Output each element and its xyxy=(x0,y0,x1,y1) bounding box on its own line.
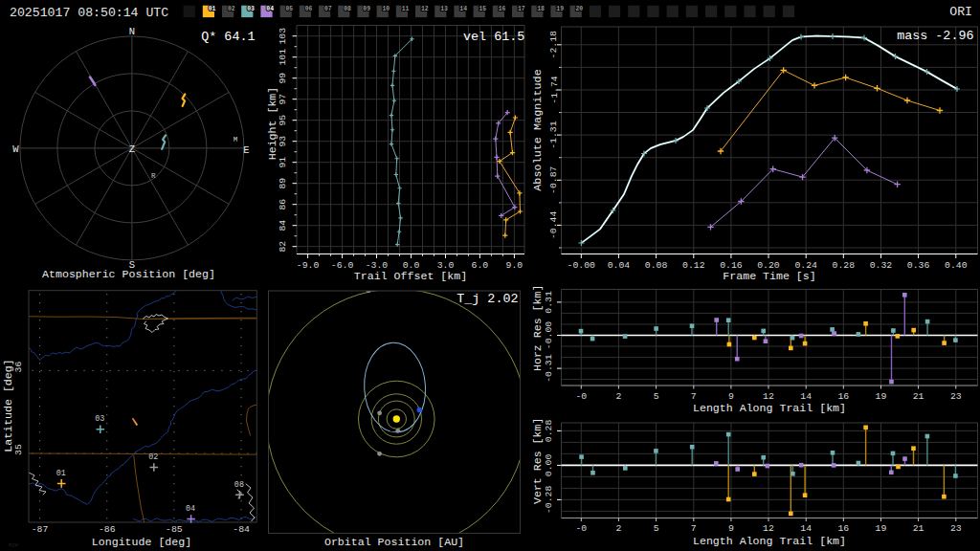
svg-text:-87: -87 xyxy=(32,524,49,535)
svg-text:R: R xyxy=(151,172,156,180)
svg-text:19: 19 xyxy=(556,6,564,12)
svg-text:W: W xyxy=(12,143,19,155)
svg-text:91: 91 xyxy=(278,157,289,168)
svg-text:08: 08 xyxy=(234,480,244,490)
svg-text:-2.18: -2.18 xyxy=(549,31,560,59)
svg-text:18: 18 xyxy=(537,6,545,12)
svg-text:E: E xyxy=(243,144,249,156)
svg-text:16: 16 xyxy=(837,391,849,402)
svg-text:0.36: 0.36 xyxy=(907,260,930,271)
svg-text:Frame Time [s]: Frame Time [s] xyxy=(723,270,815,282)
svg-text:-0: -0 xyxy=(575,391,587,402)
svg-text:-0.31: -0.31 xyxy=(544,354,554,383)
svg-text:103: 103 xyxy=(278,28,289,45)
svg-text:-0: -0 xyxy=(575,523,587,534)
svg-text:93: 93 xyxy=(278,136,289,147)
svg-text:Longitude [deg]: Longitude [deg] xyxy=(92,536,191,548)
svg-text:ORI: ORI xyxy=(949,5,972,19)
svg-text:-0.00: -0.00 xyxy=(568,260,596,271)
svg-text:Length Along Trail [km]: Length Along Trail [km] xyxy=(693,535,846,547)
svg-text:0.32: 0.32 xyxy=(870,260,893,271)
svg-text:T_j 2.02: T_j 2.02 xyxy=(457,292,518,306)
svg-text:10: 10 xyxy=(383,6,390,12)
svg-text:12: 12 xyxy=(421,6,429,12)
svg-text:mjw: mjw xyxy=(9,541,19,548)
svg-text:6.0: 6.0 xyxy=(472,260,489,271)
svg-text:9: 9 xyxy=(728,523,734,534)
svg-text:03: 03 xyxy=(95,414,104,424)
svg-text:0.00: 0.00 xyxy=(544,454,554,477)
svg-text:-84: -84 xyxy=(233,524,250,535)
svg-text:-9.0: -9.0 xyxy=(297,260,320,271)
svg-text:23: 23 xyxy=(950,391,962,402)
svg-text:84: 84 xyxy=(278,220,289,231)
svg-text:0.40: 0.40 xyxy=(945,260,968,271)
svg-text:19: 19 xyxy=(876,523,887,534)
svg-text:Length Along Trail [km]: Length Along Trail [km] xyxy=(693,402,846,414)
svg-text:-1.31: -1.31 xyxy=(549,121,560,149)
svg-text:05: 05 xyxy=(286,6,294,12)
svg-text:-0.44: -0.44 xyxy=(549,211,560,240)
svg-text:99: 99 xyxy=(278,73,289,84)
svg-text:03: 03 xyxy=(247,6,255,12)
svg-text:Atmospheric Position [deg]: Atmospheric Position [deg] xyxy=(42,268,215,280)
svg-text:95: 95 xyxy=(278,115,289,126)
svg-text:Q* 64.1: Q* 64.1 xyxy=(201,30,255,44)
svg-text:9.0: 9.0 xyxy=(506,260,523,271)
svg-text:N: N xyxy=(129,26,135,37)
svg-text:M: M xyxy=(234,136,238,143)
svg-text:14: 14 xyxy=(800,391,812,402)
svg-text:0.04: 0.04 xyxy=(608,260,631,271)
svg-text:07: 07 xyxy=(324,6,332,12)
svg-text:0.08: 0.08 xyxy=(645,260,668,271)
svg-text:-0.87: -0.87 xyxy=(549,165,560,194)
svg-text:Z: Z xyxy=(129,143,135,155)
svg-text:15: 15 xyxy=(479,6,487,12)
svg-text:20: 20 xyxy=(576,6,584,12)
svg-text:Latitude [deg]: Latitude [deg] xyxy=(2,359,14,452)
svg-text:7: 7 xyxy=(691,523,697,534)
svg-text:mass -2.96: mass -2.96 xyxy=(897,29,973,43)
svg-text:06: 06 xyxy=(305,6,313,12)
svg-text:Orbital Position [AU]: Orbital Position [AU] xyxy=(324,536,464,548)
svg-text:0.28: 0.28 xyxy=(544,420,554,443)
svg-text:23: 23 xyxy=(950,523,962,534)
svg-text:36: 36 xyxy=(13,362,24,373)
svg-text:86: 86 xyxy=(278,199,289,210)
svg-text:vel 61.5: vel 61.5 xyxy=(463,30,524,44)
svg-text:2: 2 xyxy=(615,523,621,534)
svg-text:14: 14 xyxy=(459,6,467,12)
svg-text:14: 14 xyxy=(800,523,812,534)
svg-text:35: 35 xyxy=(13,444,24,455)
svg-text:0.12: 0.12 xyxy=(682,260,705,271)
svg-text:-1.74: -1.74 xyxy=(549,76,560,104)
svg-text:Vert Res [km]: Vert Res [km] xyxy=(531,418,544,504)
svg-text:20251017 08:50:14 UTC: 20251017 08:50:14 UTC xyxy=(10,6,168,20)
svg-text:16: 16 xyxy=(837,523,849,534)
svg-text:09: 09 xyxy=(363,6,370,12)
svg-text:01: 01 xyxy=(56,469,66,478)
svg-text:Trail Offset [km]: Trail Offset [km] xyxy=(354,270,467,282)
svg-text:02: 02 xyxy=(228,6,235,12)
svg-text:Horz Res [km]: Horz Res [km] xyxy=(531,285,544,371)
svg-text:-86: -86 xyxy=(99,524,116,535)
svg-text:-0.00: -0.00 xyxy=(544,321,554,350)
svg-text:Absolute Magnitude: Absolute Magnitude xyxy=(531,69,545,190)
svg-text:7: 7 xyxy=(691,391,697,402)
svg-text:01: 01 xyxy=(209,6,216,12)
svg-text:5: 5 xyxy=(654,391,659,402)
svg-text:-6.0: -6.0 xyxy=(331,260,354,271)
svg-text:16: 16 xyxy=(499,6,506,12)
svg-text:-85: -85 xyxy=(166,524,183,535)
svg-text:0.28: 0.28 xyxy=(833,260,856,271)
svg-text:89: 89 xyxy=(278,178,289,189)
svg-text:21: 21 xyxy=(913,391,924,402)
svg-text:0.31: 0.31 xyxy=(544,291,554,314)
svg-text:82: 82 xyxy=(278,241,289,253)
svg-text:97: 97 xyxy=(278,94,289,105)
svg-text:08: 08 xyxy=(344,6,351,12)
svg-text:101: 101 xyxy=(278,49,289,66)
svg-text:17: 17 xyxy=(518,6,525,12)
svg-text:12: 12 xyxy=(763,391,774,402)
svg-text:2: 2 xyxy=(615,391,621,402)
